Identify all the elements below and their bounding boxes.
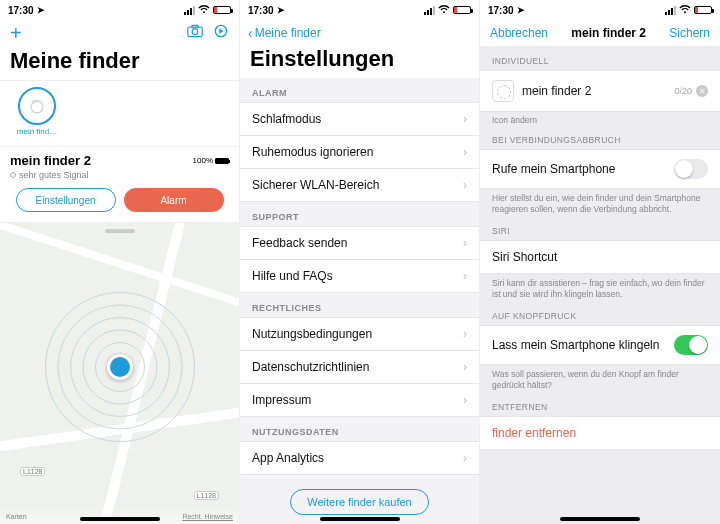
desc-siri: Siri kann dir assistieren – frag sie ein… — [480, 274, 720, 301]
svg-point-7 — [37, 100, 39, 102]
section-header-legal: RECHTLICHES — [240, 293, 479, 318]
row-help-faq[interactable]: Hilfe und FAQs› — [240, 260, 479, 293]
row-privacy[interactable]: Datenschutzrichtlinien› — [240, 351, 479, 384]
signal-icon — [665, 6, 676, 15]
row-analytics[interactable]: App Analytics› — [240, 442, 479, 475]
section-header-alarm: ALARM — [240, 78, 479, 103]
camera-icon[interactable] — [187, 24, 203, 42]
row-sleep-mode[interactable]: Schlafmodus› — [240, 103, 479, 136]
road-label: L1128 — [20, 467, 45, 476]
sheet-handle[interactable] — [105, 229, 135, 233]
finder-avatar[interactable]: mein find… — [10, 87, 64, 136]
section-header-remove: ENTFERNEN — [480, 392, 720, 416]
chevron-right-icon: › — [463, 269, 467, 283]
svg-point-1 — [192, 29, 198, 35]
desc-call-phone: Hier stellst du ein, wie dein finder und… — [480, 189, 720, 216]
alarm-button[interactable]: Alarm — [124, 188, 224, 212]
chevron-right-icon: › — [463, 327, 467, 341]
row-safe-wlan[interactable]: Sicherer WLAN-Bereich› — [240, 169, 479, 202]
map-attribution: Karten — [6, 512, 27, 521]
battery-icon — [694, 6, 712, 14]
finder-device-icon — [27, 96, 47, 116]
finder-picker: mein find… — [0, 80, 239, 147]
screen-edit-finder: 17:30➤ Abbrechen mein finder 2 Sichern I… — [480, 0, 720, 524]
row-name-input[interactable]: mein finder 2 0/20✕ — [480, 70, 720, 112]
desc-ring: Was soll passieren, wenn du den Knopf am… — [480, 365, 720, 392]
row-terms[interactable]: Nutzungsbedingungen› — [240, 318, 479, 351]
status-time: 17:30 — [8, 5, 34, 16]
add-button[interactable]: + — [10, 23, 22, 43]
row-remove-finder[interactable]: finder entfernen — [480, 416, 720, 450]
map-legal-link[interactable]: Recht. Hinweise — [182, 513, 233, 520]
chevron-right-icon: › — [463, 451, 467, 465]
signal-icon — [424, 6, 435, 15]
row-ignore-quiet[interactable]: Ruhemodus ignorieren› — [240, 136, 479, 169]
location-pin[interactable] — [107, 354, 133, 380]
page-title: Meine finder — [0, 46, 239, 80]
section-header-disconnect: BEI VERBINDUNGSABBRUCH — [480, 125, 720, 149]
char-counter: 0/20✕ — [674, 85, 708, 97]
clear-icon[interactable]: ✕ — [696, 85, 708, 97]
chevron-right-icon: › — [463, 178, 467, 192]
svg-point-5 — [32, 100, 34, 102]
finder-avatar-label: mein find… — [17, 127, 57, 136]
locate-icon[interactable] — [213, 24, 229, 42]
status-bar: 17:30➤ — [480, 0, 720, 20]
back-button[interactable]: ‹ Meine finder — [240, 20, 479, 46]
row-feedback[interactable]: Feedback senden› — [240, 227, 479, 260]
save-button[interactable]: Sichern — [669, 26, 710, 40]
section-header-individual: INDIVIDUELL — [480, 46, 720, 70]
section-header-usage: NUTZUNGSDATEN — [240, 417, 479, 442]
battery-icon — [453, 6, 471, 14]
row-ring-phone[interactable]: Lass mein Smartphone klingeln — [480, 325, 720, 365]
row-siri-shortcut[interactable]: Siri Shortcut — [480, 240, 720, 274]
chevron-right-icon: › — [463, 360, 467, 374]
status-bar: 17:30➤ — [240, 0, 479, 20]
device-card: mein finder 2 100% sehr gutes Signal Ein… — [0, 147, 239, 223]
chevron-right-icon: › — [463, 236, 467, 250]
page-title: Einstellungen — [240, 46, 479, 78]
wifi-icon — [438, 5, 450, 16]
svg-point-4 — [31, 101, 43, 113]
device-signal: sehr gutes Signal — [10, 170, 229, 180]
row-imprint[interactable]: Impressum› — [240, 384, 479, 417]
wifi-icon — [679, 5, 691, 16]
section-header-siri: SIRI — [480, 216, 720, 240]
cancel-button[interactable]: Abbrechen — [490, 26, 548, 40]
chevron-right-icon: › — [463, 393, 467, 407]
status-bar: 17:30➤ — [0, 0, 239, 20]
settings-button[interactable]: Einstellungen — [16, 188, 116, 212]
chevron-right-icon: › — [463, 112, 467, 126]
buy-more-button[interactable]: Weitere finder kaufen — [290, 489, 428, 515]
icon-change-link[interactable]: Icon ändern — [480, 112, 720, 125]
battery-icon — [213, 6, 231, 14]
screen-settings: 17:30➤ ‹ Meine finder Einstellungen ALAR… — [240, 0, 480, 524]
finder-device-icon — [492, 80, 514, 102]
screen-my-finders: 17:30➤ + Meine finder — [0, 0, 240, 524]
nav-title: mein finder 2 — [571, 26, 646, 40]
device-name: mein finder 2 — [10, 153, 91, 168]
chevron-right-icon: › — [463, 145, 467, 159]
home-indicator[interactable] — [80, 517, 160, 521]
toggle-ring-phone[interactable] — [674, 335, 708, 355]
home-indicator[interactable] — [320, 517, 400, 521]
wifi-icon — [198, 5, 210, 16]
location-icon: ➤ — [37, 5, 45, 15]
svg-point-6 — [35, 100, 37, 102]
device-battery: 100% — [193, 156, 229, 165]
section-header-press: AUF KNOPFDRUCK — [480, 301, 720, 325]
nav-bar: + — [0, 20, 239, 46]
section-header-support: SUPPORT — [240, 202, 479, 227]
name-field[interactable]: mein finder 2 — [522, 84, 666, 98]
row-call-phone[interactable]: Rufe mein Smartphone — [480, 149, 720, 189]
chevron-left-icon: ‹ — [248, 25, 253, 41]
toggle-call-phone[interactable] — [674, 159, 708, 179]
road-label: L1128 — [194, 491, 219, 500]
home-indicator[interactable] — [560, 517, 640, 521]
signal-icon — [184, 6, 195, 15]
nav-bar: Abbrechen mein finder 2 Sichern — [480, 20, 720, 46]
map-view[interactable]: L1128 L1128 Karten Recht. Hinweise — [0, 223, 239, 524]
